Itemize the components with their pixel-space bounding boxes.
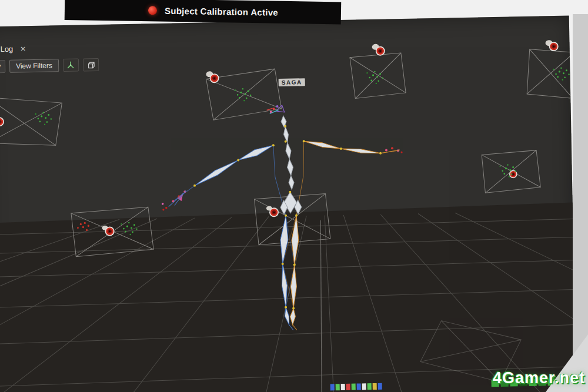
viewport-toolbar: ▼ View Filters	[0, 58, 99, 73]
strip-cell	[357, 383, 361, 390]
axis-icon	[66, 61, 75, 70]
watermark: 4Gamer.net	[493, 369, 585, 387]
strip-cell	[362, 383, 366, 390]
strip-cell	[373, 383, 377, 390]
timeline-strip	[330, 383, 383, 391]
banner-label: Subject Calibration Active	[165, 5, 278, 17]
strip-cell	[378, 383, 382, 390]
strip-cell	[330, 384, 335, 390]
close-icon[interactable]: ✕	[20, 45, 26, 53]
viewport-canvas[interactable]	[0, 16, 576, 392]
subject-calibration-banner: Subject Calibration Active	[65, 0, 342, 24]
subject-name-badge: SAGA	[279, 78, 305, 86]
strip-cell	[346, 384, 350, 390]
axis-tool-button[interactable]	[63, 59, 79, 72]
monitor-bezel	[573, 14, 588, 392]
dropdown-arrow-icon: ▼	[0, 63, 2, 69]
strip-cell	[341, 384, 345, 390]
log-tab-label: Log	[0, 45, 13, 53]
strip-cell	[368, 383, 372, 390]
app-screen: Log ✕ ▼ View Filters SAGA	[0, 16, 576, 392]
strip-cell	[336, 384, 340, 390]
view-dropdown-button[interactable]: ▼	[0, 60, 5, 73]
cube-tool-button[interactable]	[83, 58, 99, 72]
view-filters-button[interactable]: View Filters	[9, 59, 59, 73]
cube-icon	[86, 60, 95, 69]
tab-log[interactable]: Log ✕	[0, 44, 26, 53]
record-indicator-icon	[148, 6, 157, 15]
strip-cell	[352, 384, 356, 390]
photo-background: Subject Calibration Active	[0, 0, 588, 392]
